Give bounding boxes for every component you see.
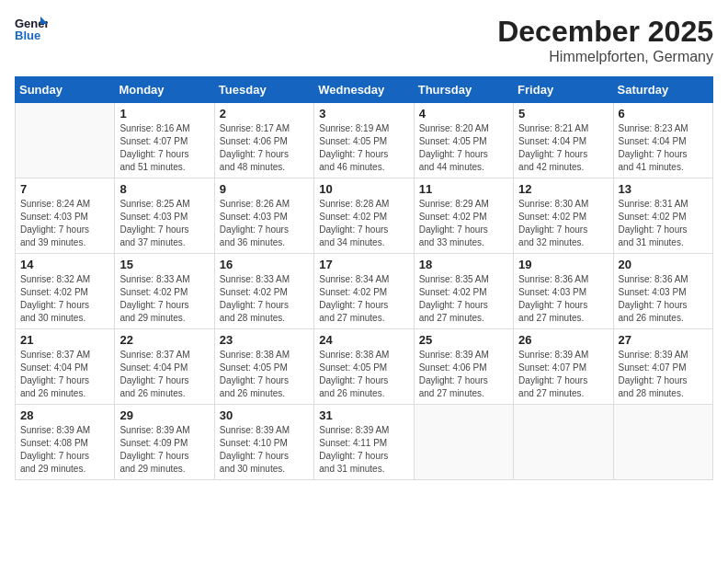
calendar-cell: 11Sunrise: 8:29 AM Sunset: 4:02 PM Dayli… [414,178,513,254]
calendar-cell: 25Sunrise: 8:39 AM Sunset: 4:06 PM Dayli… [414,329,513,405]
day-info: Sunrise: 8:35 AM Sunset: 4:02 PM Dayligh… [419,273,508,325]
calendar-cell: 15Sunrise: 8:33 AM Sunset: 4:02 PM Dayli… [115,254,214,329]
day-info: Sunrise: 8:36 AM Sunset: 4:03 PM Dayligh… [518,273,608,325]
day-info: Sunrise: 8:34 AM Sunset: 4:02 PM Dayligh… [319,273,408,325]
weekday-header-tuesday: Tuesday [214,77,313,103]
calendar-cell: 2Sunrise: 8:17 AM Sunset: 4:06 PM Daylig… [214,103,313,178]
calendar-cell: 31Sunrise: 8:39 AM Sunset: 4:11 PM Dayli… [314,405,414,480]
day-number: 28 [20,408,109,422]
calendar-cell [16,103,115,178]
day-number: 26 [518,333,608,347]
calendar-table: SundayMondayTuesdayWednesdayThursdayFrid… [15,76,713,480]
day-info: Sunrise: 8:24 AM Sunset: 4:03 PM Dayligh… [20,198,109,249]
calendar-cell [613,405,712,480]
day-number: 18 [419,258,508,271]
day-info: Sunrise: 8:37 AM Sunset: 4:04 PM Dayligh… [119,349,209,400]
weekday-header-wednesday: Wednesday [314,77,414,103]
calendar-cell: 4Sunrise: 8:20 AM Sunset: 4:05 PM Daylig… [414,103,513,178]
calendar-cell: 9Sunrise: 8:26 AM Sunset: 4:03 PM Daylig… [214,178,313,254]
day-info: Sunrise: 8:26 AM Sunset: 4:03 PM Dayligh… [220,198,309,249]
logo-icon: General Blue [15,15,48,42]
day-number: 20 [619,258,708,271]
day-info: Sunrise: 8:28 AM Sunset: 4:02 PM Dayligh… [319,198,408,249]
day-info: Sunrise: 8:37 AM Sunset: 4:04 PM Dayligh… [20,349,109,400]
calendar-cell: 26Sunrise: 8:39 AM Sunset: 4:07 PM Dayli… [514,329,613,405]
day-number: 9 [220,182,309,196]
day-info: Sunrise: 8:38 AM Sunset: 4:05 PM Dayligh… [220,349,309,400]
day-info: Sunrise: 8:39 AM Sunset: 4:10 PM Dayligh… [220,424,309,476]
day-info: Sunrise: 8:30 AM Sunset: 4:02 PM Dayligh… [518,198,608,249]
title-section: December 2025 Himmelpforten, Germany [497,15,713,65]
calendar-cell: 17Sunrise: 8:34 AM Sunset: 4:02 PM Dayli… [314,254,414,329]
day-number: 21 [20,333,109,347]
day-number: 1 [119,107,209,121]
calendar-cell: 22Sunrise: 8:37 AM Sunset: 4:04 PM Dayli… [115,329,214,405]
day-info: Sunrise: 8:33 AM Sunset: 4:02 PM Dayligh… [220,273,309,325]
calendar-cell: 18Sunrise: 8:35 AM Sunset: 4:02 PM Dayli… [414,254,513,329]
day-info: Sunrise: 8:32 AM Sunset: 4:02 PM Dayligh… [20,273,109,325]
calendar-cell: 27Sunrise: 8:39 AM Sunset: 4:07 PM Dayli… [613,329,712,405]
day-info: Sunrise: 8:38 AM Sunset: 4:05 PM Dayligh… [319,349,408,400]
calendar-cell: 13Sunrise: 8:31 AM Sunset: 4:02 PM Dayli… [613,178,712,254]
calendar-cell: 19Sunrise: 8:36 AM Sunset: 4:03 PM Dayli… [514,254,613,329]
day-number: 19 [518,258,608,271]
day-number: 13 [619,182,708,196]
calendar-cell: 6Sunrise: 8:23 AM Sunset: 4:04 PM Daylig… [613,103,712,178]
calendar-cell: 30Sunrise: 8:39 AM Sunset: 4:10 PM Dayli… [214,405,313,480]
day-number: 27 [619,333,708,347]
day-info: Sunrise: 8:39 AM Sunset: 4:09 PM Dayligh… [119,424,209,476]
day-info: Sunrise: 8:16 AM Sunset: 4:07 PM Dayligh… [119,122,209,174]
calendar-cell: 5Sunrise: 8:21 AM Sunset: 4:04 PM Daylig… [514,103,613,178]
day-info: Sunrise: 8:25 AM Sunset: 4:03 PM Dayligh… [119,198,209,249]
calendar-cell: 8Sunrise: 8:25 AM Sunset: 4:03 PM Daylig… [115,178,214,254]
month-title: December 2025 [497,15,713,49]
weekday-header-saturday: Saturday [613,77,712,103]
day-info: Sunrise: 8:36 AM Sunset: 4:03 PM Dayligh… [619,273,708,325]
day-info: Sunrise: 8:23 AM Sunset: 4:04 PM Dayligh… [619,122,708,174]
day-number: 8 [119,182,209,196]
day-number: 23 [220,333,309,347]
calendar-cell: 7Sunrise: 8:24 AM Sunset: 4:03 PM Daylig… [16,178,115,254]
logo: General Blue [15,15,51,42]
day-number: 2 [220,107,309,121]
weekday-header-row: SundayMondayTuesdayWednesdayThursdayFrid… [16,77,713,103]
calendar-week-row: 1Sunrise: 8:16 AM Sunset: 4:07 PM Daylig… [16,103,713,178]
calendar-cell: 10Sunrise: 8:28 AM Sunset: 4:02 PM Dayli… [314,178,414,254]
day-info: Sunrise: 8:39 AM Sunset: 4:07 PM Dayligh… [518,349,608,400]
calendar-cell: 3Sunrise: 8:19 AM Sunset: 4:05 PM Daylig… [314,103,414,178]
calendar-week-row: 7Sunrise: 8:24 AM Sunset: 4:03 PM Daylig… [16,178,713,254]
calendar-cell: 29Sunrise: 8:39 AM Sunset: 4:09 PM Dayli… [115,405,214,480]
day-number: 12 [518,182,608,196]
day-number: 25 [419,333,508,347]
calendar-cell: 20Sunrise: 8:36 AM Sunset: 4:03 PM Dayli… [613,254,712,329]
weekday-header-thursday: Thursday [414,77,513,103]
calendar-week-row: 14Sunrise: 8:32 AM Sunset: 4:02 PM Dayli… [16,254,713,329]
weekday-header-monday: Monday [115,77,214,103]
svg-text:Blue: Blue [15,29,40,42]
calendar-cell: 1Sunrise: 8:16 AM Sunset: 4:07 PM Daylig… [115,103,214,178]
calendar-cell: 28Sunrise: 8:39 AM Sunset: 4:08 PM Dayli… [16,405,115,480]
day-number: 30 [220,408,309,422]
day-number: 24 [319,333,408,347]
calendar-cell: 21Sunrise: 8:37 AM Sunset: 4:04 PM Dayli… [16,329,115,405]
day-info: Sunrise: 8:39 AM Sunset: 4:07 PM Dayligh… [619,349,708,400]
day-number: 3 [319,107,408,121]
day-number: 16 [220,258,309,271]
day-info: Sunrise: 8:39 AM Sunset: 4:06 PM Dayligh… [419,349,508,400]
day-info: Sunrise: 8:17 AM Sunset: 4:06 PM Dayligh… [220,122,309,174]
location-title: Himmelpforten, Germany [497,49,713,65]
day-info: Sunrise: 8:39 AM Sunset: 4:11 PM Dayligh… [319,424,408,476]
calendar-cell: 16Sunrise: 8:33 AM Sunset: 4:02 PM Dayli… [214,254,313,329]
day-number: 7 [20,182,109,196]
calendar-cell: 23Sunrise: 8:38 AM Sunset: 4:05 PM Dayli… [214,329,313,405]
day-number: 14 [20,258,109,271]
calendar-cell [414,405,513,480]
day-info: Sunrise: 8:33 AM Sunset: 4:02 PM Dayligh… [119,273,209,325]
day-number: 15 [119,258,209,271]
day-number: 5 [518,107,608,121]
day-number: 29 [119,408,209,422]
day-number: 17 [319,258,408,271]
day-info: Sunrise: 8:20 AM Sunset: 4:05 PM Dayligh… [419,122,508,174]
day-number: 10 [319,182,408,196]
day-info: Sunrise: 8:29 AM Sunset: 4:02 PM Dayligh… [419,198,508,249]
